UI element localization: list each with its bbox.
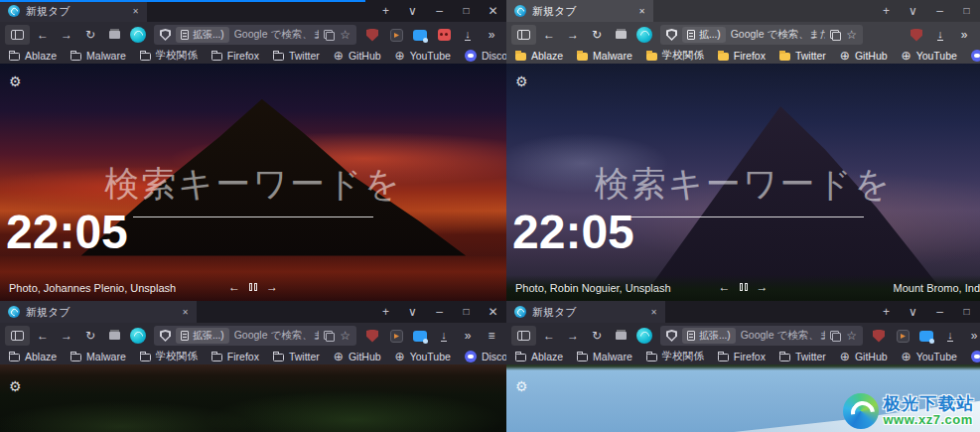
translate-icon[interactable] (830, 30, 841, 41)
tab-list-button[interactable]: ∨ (900, 0, 926, 22)
back-button[interactable]: ← (538, 25, 560, 45)
bookmark-github[interactable]: ⊕GitHub (334, 50, 381, 62)
prev-wallpaper-button[interactable]: ← (719, 280, 731, 294)
bookmark-folder-ablaze[interactable]: Ablaze (515, 351, 563, 362)
reload-button[interactable]: ↻ (79, 25, 101, 45)
bookmark-folder-ablaze[interactable]: Ablaze (9, 50, 57, 62)
forward-button[interactable]: → (562, 25, 584, 45)
tab-close-icon[interactable]: ✕ (638, 7, 645, 16)
tracking-shield-icon[interactable] (666, 29, 677, 41)
minimize-button[interactable]: – (926, 0, 953, 22)
maximize-button[interactable]: □ (953, 301, 980, 323)
bookmark-folder-school[interactable]: 学校関係 (646, 350, 704, 363)
maximize-button[interactable]: □ (453, 301, 480, 323)
overflow-button[interactable]: » (481, 25, 502, 45)
bookmark-folder-firefox[interactable]: Firefox (211, 50, 259, 62)
bookmark-folder-school[interactable]: 学校関係 (140, 350, 198, 363)
settings-gear-icon[interactable]: ⚙ (515, 73, 528, 89)
extensions-chip[interactable]: 拡...) (682, 27, 726, 43)
bookmark-folder-twitter[interactable]: Twitter (273, 50, 320, 62)
sidebar-toggle-button[interactable] (5, 25, 30, 45)
reload-button[interactable]: ↻ (79, 326, 101, 346)
bookmark-folder-ablaze[interactable]: Ablaze (515, 50, 563, 62)
translate-icon[interactable] (324, 331, 335, 342)
bookmark-folder-twitter[interactable]: Twitter (779, 351, 826, 362)
new-tab-button[interactable]: + (372, 0, 399, 22)
ublock-extension-button[interactable] (906, 25, 927, 45)
bookmark-youtube[interactable]: ⊕YouTube (395, 351, 451, 362)
tab-list-button[interactable]: ∨ (399, 0, 426, 22)
settings-gear-icon[interactable]: ⚙ (9, 73, 22, 89)
overflow-button[interactable]: » (953, 25, 975, 45)
tracking-shield-icon[interactable] (160, 29, 171, 41)
pause-icon[interactable] (740, 283, 748, 291)
new-tab-button[interactable]: + (873, 301, 900, 323)
maximize-button[interactable]: □ (953, 0, 980, 22)
translate-icon[interactable] (830, 331, 841, 342)
bookmark-github[interactable]: ⊕GitHub (840, 50, 888, 62)
back-button[interactable]: ← (32, 25, 54, 45)
tab-close-icon[interactable]: ✕ (650, 308, 657, 317)
next-wallpaper-button[interactable]: → (757, 280, 769, 294)
tab-new-tab[interactable]: 新規タブ ✕ (506, 301, 665, 323)
url-bar[interactable]: 拡張...) Google で検索、または し ☆ (154, 326, 356, 346)
ublock-extension-button[interactable] (361, 25, 383, 45)
sidebar-toggle-button[interactable] (5, 326, 30, 346)
tab-groups-button[interactable] (103, 326, 125, 346)
url-bar[interactable]: 拡張...) Google で検索、ま ☆ (154, 25, 356, 45)
new-tab-button[interactable]: + (372, 301, 399, 323)
back-button[interactable]: ← (538, 326, 560, 346)
reload-button[interactable]: ↻ (586, 25, 608, 45)
reload-button[interactable]: ↻ (586, 326, 608, 346)
bookmark-folder-firefox[interactable]: Firefox (211, 351, 259, 362)
downloads-button[interactable]: ↓ (433, 326, 455, 346)
forward-button[interactable]: → (56, 25, 77, 45)
bookmark-folder-firefox[interactable]: Firefox (718, 351, 766, 362)
box-extension-button[interactable] (385, 326, 407, 346)
downloads-button[interactable]: ↓ (457, 25, 479, 45)
next-wallpaper-button[interactable]: → (266, 280, 278, 294)
box-extension-button[interactable] (385, 25, 407, 45)
bookmark-star-icon[interactable]: ☆ (846, 330, 857, 342)
bookmark-star-icon[interactable]: ☆ (846, 29, 857, 41)
bookmark-discord[interactable]: Discord (971, 50, 980, 62)
bookmark-github[interactable]: ⊕GitHub (334, 351, 381, 362)
translate-icon[interactable] (324, 30, 335, 41)
downloads-button[interactable]: ↓ (939, 326, 961, 346)
bookmark-github[interactable]: ⊕GitHub (840, 351, 888, 362)
extensions-chip[interactable]: 拡張...) (176, 328, 229, 344)
minimize-button[interactable]: – (426, 301, 453, 323)
tab-groups-button[interactable] (103, 25, 125, 45)
ablaze-button[interactable] (127, 326, 149, 346)
tracking-shield-icon[interactable] (160, 330, 171, 342)
close-button[interactable]: ✕ (480, 301, 506, 323)
tab-new-tab[interactable]: 新規タブ ✕ (0, 301, 197, 323)
forward-button[interactable]: → (56, 326, 77, 346)
bookmark-discord[interactable]: Discord (465, 50, 506, 62)
tab-groups-button[interactable] (610, 25, 631, 45)
bookmark-folder-school[interactable]: 学校関係 (646, 49, 704, 63)
chat-extension-button[interactable] (409, 326, 431, 346)
bookmark-discord[interactable]: Discord (465, 351, 506, 362)
sidebar-toggle-button[interactable] (511, 25, 536, 45)
bookmark-star-icon[interactable]: ☆ (340, 29, 350, 41)
prev-wallpaper-button[interactable]: ← (228, 280, 240, 294)
downloads-button[interactable]: ↓ (929, 25, 951, 45)
ablaze-button[interactable] (127, 25, 149, 45)
tab-list-button[interactable]: ∨ (399, 301, 426, 323)
extensions-chip[interactable]: 拡張...) (682, 328, 736, 344)
menu-button[interactable]: ≡ (481, 326, 502, 346)
maximize-button[interactable]: □ (453, 0, 480, 22)
robot-extension-button[interactable] (433, 25, 455, 45)
bookmark-youtube[interactable]: ⊕YouTube (902, 351, 957, 362)
url-bar[interactable]: 拡張...) Google で検索、または し ☆ (660, 326, 863, 346)
pause-icon[interactable] (249, 283, 257, 291)
tracking-shield-icon[interactable] (666, 330, 677, 342)
minimize-button[interactable]: – (426, 0, 453, 22)
ablaze-button[interactable] (633, 25, 655, 45)
tab-new-tab[interactable]: 新規タブ ✕ (506, 0, 653, 22)
ablaze-button[interactable] (633, 326, 655, 346)
ublock-extension-button[interactable] (361, 326, 383, 346)
overflow-button[interactable]: » (457, 326, 479, 346)
bookmark-folder-twitter[interactable]: Twitter (273, 351, 320, 362)
